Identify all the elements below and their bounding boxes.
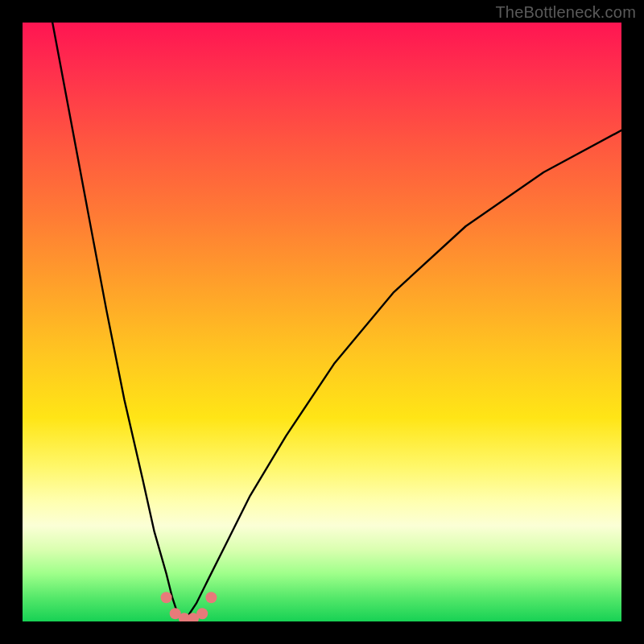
curve-right-branch bbox=[184, 130, 621, 621]
curve-left-branch bbox=[52, 23, 184, 621]
trough-marker bbox=[196, 608, 208, 619]
plot-area bbox=[23, 23, 621, 621]
trough-marker bbox=[205, 592, 217, 603]
chart-frame: TheBottleneck.com bbox=[0, 0, 644, 644]
watermark-text: TheBottleneck.com bbox=[495, 3, 636, 22]
curve-layer bbox=[23, 23, 621, 621]
trough-marker bbox=[161, 592, 172, 603]
